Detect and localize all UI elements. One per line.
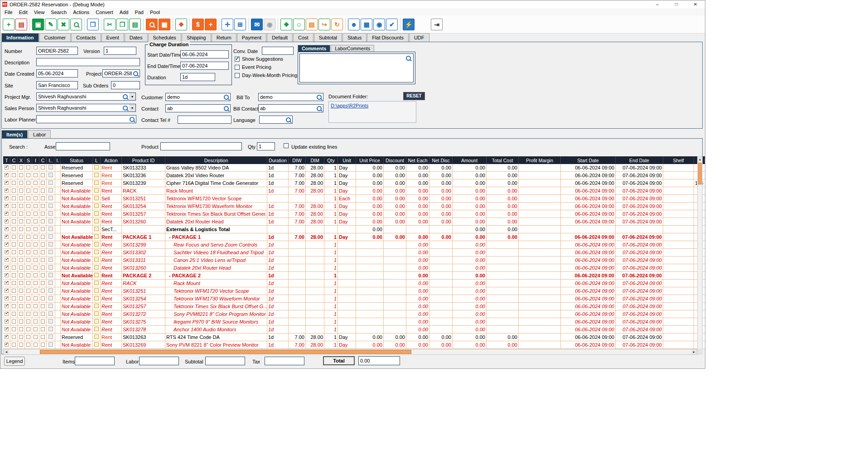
history-icon[interactable]: ↻ — [331, 19, 343, 30]
grid-col-20-net-each[interactable]: Net Each — [406, 156, 429, 164]
tab-subtotal[interactable]: Subtotal — [314, 33, 342, 42]
table-row[interactable]: ReservedRentSK013239Cipher 716A Digital … — [3, 179, 705, 187]
table-row[interactable]: Not AvailableRentPACKAGE 2- PACKAGE 21d1… — [3, 272, 705, 280]
grid-col-18-unit-price[interactable]: Unit Price — [356, 156, 384, 164]
row-checkbox[interactable] — [26, 327, 30, 331]
footer-subtotal-input[interactable] — [206, 358, 245, 364]
table-row[interactable]: Not AvailableRentSK013272Sony PVM8221 8"… — [3, 310, 705, 318]
grid-col-15-dim[interactable]: DIM — [306, 156, 324, 164]
tab-cost[interactable]: Cost — [293, 33, 313, 42]
row-checkbox[interactable] — [26, 273, 30, 277]
row-checkbox[interactable] — [34, 219, 38, 223]
row-checkbox[interactable] — [19, 327, 23, 331]
row-checkbox[interactable] — [5, 165, 9, 169]
edit-icon[interactable]: ✎ — [45, 19, 57, 30]
grid-col-9-l[interactable]: L — [93, 156, 101, 164]
row-checkbox[interactable] — [26, 250, 30, 254]
comments-icon[interactable]: ✉ — [251, 19, 263, 30]
table-row[interactable]: Not AvailableRentSK013257Tektronix Times… — [3, 210, 705, 218]
table-row[interactable]: Not AvailableRentSK013251Tektronix WFM17… — [3, 287, 705, 295]
contact-person-icon[interactable]: ☻ — [348, 19, 360, 30]
row-checkbox[interactable] — [19, 319, 23, 324]
row-checkbox[interactable] — [34, 319, 38, 324]
row-checkbox[interactable] — [19, 181, 23, 185]
row-checkbox[interactable] — [34, 181, 38, 185]
row-checkbox[interactable] — [34, 242, 38, 247]
row-checkbox[interactable] — [34, 343, 38, 347]
row-checkbox[interactable] — [19, 227, 23, 231]
footer-items-input[interactable] — [75, 358, 114, 364]
row-checkbox[interactable] — [19, 250, 23, 254]
row-checkbox[interactable] — [12, 227, 16, 231]
row-checkbox[interactable] — [5, 219, 9, 223]
search-icon[interactable] — [130, 117, 135, 122]
table-row[interactable]: Not AvailableRentPACKAGE 1- PACKAGE 11d7… — [3, 233, 705, 241]
row-checkbox[interactable] — [12, 266, 16, 270]
row-checkbox[interactable] — [12, 312, 16, 316]
row-checkbox[interactable] — [34, 327, 38, 331]
row-checkbox[interactable] — [26, 165, 30, 169]
row-checkbox[interactable] — [41, 266, 45, 270]
tab-event[interactable]: Event — [101, 33, 124, 42]
row-checkbox[interactable] — [19, 242, 23, 247]
search-icon[interactable] — [224, 106, 229, 111]
row-checkbox[interactable] — [41, 196, 45, 200]
row-checkbox[interactable] — [41, 204, 45, 208]
print-icon[interactable]: ▤ — [15, 19, 27, 30]
row-checkbox[interactable] — [19, 212, 23, 216]
sales-person-input[interactable] — [37, 105, 123, 111]
row-checkbox[interactable] — [34, 235, 38, 239]
scroll-left-icon[interactable]: ◄ — [4, 349, 9, 354]
row-checkbox[interactable] — [19, 165, 23, 169]
row-checkbox[interactable] — [19, 196, 23, 200]
table-row[interactable]: ReservedRentSK013236Datatek 20xl Video R… — [3, 172, 705, 179]
row-checkbox[interactable] — [19, 281, 23, 285]
comments-textarea[interactable] — [299, 53, 414, 82]
row-checkbox[interactable] — [12, 281, 16, 285]
search-icon[interactable] — [286, 117, 291, 122]
tab-item-s[interactable]: Item(s) — [1, 130, 28, 139]
row-checkbox[interactable] — [12, 173, 16, 177]
hierarchy-icon[interactable]: ❖ — [280, 19, 292, 30]
row-checkbox[interactable] — [34, 273, 38, 277]
tab-shipping[interactable]: Shipping — [182, 33, 211, 42]
vertical-scrollbar[interactable]: ▲ ▼ — [697, 156, 703, 354]
tab-dates[interactable]: Dates — [125, 33, 148, 42]
row-checkbox[interactable] — [41, 235, 45, 239]
row-checkbox[interactable] — [41, 273, 45, 277]
row-checkbox[interactable] — [41, 250, 45, 254]
horizontal-scrollbar[interactable]: ◄ ► — [3, 349, 697, 355]
grid-col-7-i[interactable]: I. — [55, 156, 61, 164]
row-checkbox[interactable] — [19, 289, 23, 293]
row-checkbox[interactable] — [26, 196, 30, 200]
grid-view-icon[interactable]: ⊞ — [234, 19, 246, 30]
row-checkbox[interactable] — [26, 173, 30, 177]
total-value-input[interactable] — [359, 358, 400, 363]
row-checkbox[interactable] — [12, 165, 16, 169]
option-show-suggestions[interactable]: Show Suggestions — [235, 55, 297, 63]
grid-col-5-c[interactable]: C — [39, 156, 47, 164]
row-checkbox[interactable] — [19, 304, 23, 308]
row-checkbox[interactable] — [26, 242, 30, 247]
row-checkbox[interactable] — [34, 173, 38, 177]
description-input[interactable] — [37, 59, 140, 65]
row-checkbox[interactable] — [41, 189, 45, 193]
menu-file[interactable]: File — [1, 9, 16, 15]
menu-pad[interactable]: Pad — [131, 9, 147, 15]
language-input[interactable] — [260, 117, 286, 122]
add-charge-icon[interactable]: $ — [192, 19, 204, 30]
row-checkbox[interactable] — [41, 312, 45, 316]
scroll-right-icon[interactable]: ► — [691, 349, 697, 354]
row-checkbox[interactable] — [26, 212, 30, 216]
tab-information[interactable]: Information — [1, 33, 39, 42]
grid-col-12-description[interactable]: Description — [165, 156, 267, 164]
row-checkbox[interactable] — [26, 227, 30, 231]
site-input[interactable] — [37, 82, 77, 88]
tab-customer[interactable]: Customer — [39, 33, 71, 42]
row-checkbox[interactable] — [34, 289, 38, 293]
grid-col-11-product-id[interactable]: Product ID — [122, 156, 165, 164]
contact-tel-input[interactable] — [178, 117, 231, 122]
row-checkbox[interactable] — [12, 212, 16, 216]
number-input[interactable] — [37, 48, 77, 53]
qty-input[interactable] — [257, 144, 275, 149]
